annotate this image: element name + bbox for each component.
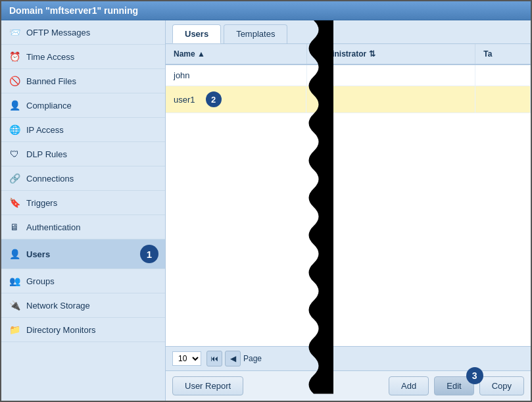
sidebar-item-compliance[interactable]: 👤 Compliance <box>1 93 165 118</box>
sidebar-item-authentication[interactable]: 🖥 Authentication <box>1 215 165 239</box>
oftp-messages-icon: 📨 <box>8 26 21 39</box>
table-row[interactable]: user1 2 <box>166 86 531 113</box>
user-ta-john <box>475 64 531 86</box>
sidebar-label-users: Users <box>26 249 136 259</box>
network-storage-icon: 🔌 <box>8 299 21 312</box>
copy-button[interactable]: Copy <box>479 376 524 395</box>
sidebar-label-banned-files: Banned Files <box>26 76 158 86</box>
title-bar: Domain "mftserver1" running <box>1 1 531 20</box>
sidebar-item-connections[interactable]: 🔗 Connections <box>1 166 165 191</box>
connections-icon: 🔗 <box>8 172 21 185</box>
sidebar-label-directory-monitors: Directory Monitors <box>26 325 158 335</box>
sidebar-item-users[interactable]: 👤 Users 1 <box>1 239 165 269</box>
directory-monitors-icon: 📁 <box>8 323 21 336</box>
banned-files-icon: 🚫 <box>8 74 21 88</box>
edit-button-container: Edit 3 <box>434 376 473 395</box>
sidebar-item-time-access[interactable]: ⏰ Time Access <box>1 45 165 69</box>
user-name-john: john <box>166 64 306 86</box>
window-title: Domain "mftserver1" running <box>9 5 138 16</box>
groups-icon: 👥 <box>8 274 21 288</box>
user-report-button[interactable]: User Report <box>172 376 243 395</box>
time-access-icon: ⏰ <box>8 50 21 63</box>
col-administrator: Administrator ⇅ <box>306 44 475 64</box>
sidebar-label-connections: Connections <box>26 174 158 184</box>
sidebar-label-groups: Groups <box>26 276 158 286</box>
tab-users[interactable]: Users <box>172 24 221 43</box>
authentication-icon: 🖥 <box>8 220 21 234</box>
sidebar-item-groups[interactable]: 👥 Groups <box>1 269 165 293</box>
sidebar-label-triggers: Triggers <box>26 198 158 208</box>
triggers-icon: 🔖 <box>8 196 21 209</box>
sidebar-item-banned-files[interactable]: 🚫 Banned Files <box>1 69 165 93</box>
main-content: 📨 OFTP Messages ⏰ Time Access 🚫 Banned F… <box>1 20 531 401</box>
per-page-select[interactable]: 10 25 50 <box>172 351 201 366</box>
sidebar-label-network-storage: Network Storage <box>26 301 158 311</box>
sidebar-item-dlp-rules[interactable]: 🛡 DLP Rules <box>1 142 165 166</box>
actions-bar: User Report Add Edit 3 Copy <box>166 370 531 401</box>
edit-badge-3: 3 <box>466 367 483 384</box>
users-table: Name ▲ Administrator ⇅ Ta <box>166 44 531 113</box>
content-area: Name ▲ Administrator ⇅ Ta <box>166 44 531 401</box>
sidebar-item-oftp-messages[interactable]: 📨 OFTP Messages <box>1 20 165 45</box>
sidebar: 📨 OFTP Messages ⏰ Time Access 🚫 Banned F… <box>1 20 166 401</box>
tab-templates[interactable]: Templates <box>224 24 287 43</box>
tabs-bar: Users Templates <box>166 20 531 44</box>
user-name-user1: user1 2 <box>166 86 306 113</box>
table-row[interactable]: john <box>166 64 531 86</box>
main-window: Domain "mftserver1" running 📨 OFTP Messa… <box>0 0 532 402</box>
users-icon: 👤 <box>8 247 21 261</box>
users-table-container: Name ▲ Administrator ⇅ Ta <box>166 44 531 346</box>
user-ta-user1 <box>475 86 531 113</box>
sidebar-item-ip-access[interactable]: 🌐 IP Access <box>1 118 165 142</box>
sidebar-label-authentication: Authentication <box>26 222 158 232</box>
sidebar-item-network-storage[interactable]: 🔌 Network Storage <box>1 293 165 318</box>
row-badge-2: 2 <box>206 91 222 107</box>
compliance-icon: 👤 <box>8 99 21 112</box>
ip-access-icon: 🌐 <box>8 123 21 136</box>
table-header: Name ▲ Administrator ⇅ Ta <box>166 44 531 64</box>
sidebar-item-triggers[interactable]: 🔖 Triggers <box>1 191 165 215</box>
user-administrator-john <box>306 64 475 86</box>
page-label: Page <box>243 354 262 363</box>
users-badge: 1 <box>140 245 158 263</box>
col-name: Name ▲ <box>166 44 306 64</box>
table-body: john user1 2 <box>166 64 531 113</box>
sidebar-label-ip-access: IP Access <box>26 125 158 135</box>
sidebar-label-time-access: Time Access <box>26 52 158 62</box>
sidebar-item-directory-monitors[interactable]: 📁 Directory Monitors <box>1 318 165 342</box>
dlp-rules-icon: 🛡 <box>8 147 21 161</box>
sidebar-label-oftp-messages: OFTP Messages <box>26 28 158 38</box>
col-ta: Ta <box>475 44 531 64</box>
sidebar-label-dlp-rules: DLP Rules <box>26 149 158 159</box>
right-panel: Users Templates Name ▲ <box>166 20 531 401</box>
sidebar-label-compliance: Compliance <box>26 101 158 111</box>
add-button[interactable]: Add <box>389 376 429 395</box>
user-administrator-user1 <box>306 86 475 113</box>
first-page-button[interactable]: ⏮ <box>206 351 222 366</box>
prev-page-button[interactable]: ◀ <box>225 351 241 366</box>
